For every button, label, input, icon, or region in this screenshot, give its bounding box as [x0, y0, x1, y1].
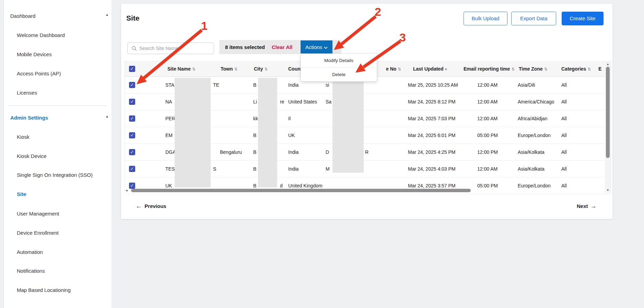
column-header-last-updated[interactable]: Last Updated▾ — [413, 61, 447, 77]
sidebar-item-sso[interactable]: Single Sign On Integration (SSO) — [17, 171, 93, 179]
scroll-up-icon[interactable]: ▴ — [605, 62, 611, 66]
selected-count: 8 items selected — [225, 40, 265, 54]
actions-dropdown-menu: Modify Details Delete — [301, 53, 377, 82]
sidebar-item-access-points[interactable]: Access Points (AP) — [17, 70, 61, 77]
column-header-time-zone[interactable]: Time Zone⇅ — [519, 61, 548, 77]
left-arrow-icon: ← — [136, 203, 142, 209]
sidebar: Dashboard ▴ Welcome Dashboard Mobile Dev… — [3, 0, 112, 308]
column-header-town[interactable]: Town⇅ — [221, 61, 238, 77]
sidebar-item-welcome-dashboard[interactable]: Welcome Dashboard — [17, 32, 65, 39]
site-panel: Site Bulk Upload Export Data Create Site… — [121, 3, 613, 219]
column-header-site-name[interactable]: Site Name⇅ — [167, 61, 196, 77]
next-page-button[interactable]: Next → — [577, 202, 597, 210]
vertical-scrollbar[interactable] — [606, 67, 610, 158]
row-checkbox[interactable] — [129, 99, 135, 105]
column-header-email-reporting-time[interactable]: Email reporting time⇅ — [464, 61, 515, 77]
sidebar-item-kiosk[interactable]: Kiosk — [17, 133, 30, 141]
redaction-block — [258, 78, 277, 187]
row-checkbox[interactable] — [129, 132, 135, 138]
sidebar-group-admin-settings[interactable]: Admin Settings — [10, 114, 48, 122]
sort-icon[interactable]: ⇅ — [544, 67, 548, 72]
sidebar-item-kiosk-device[interactable]: Kiosk Device — [17, 152, 47, 160]
chevron-up-icon[interactable]: ▴ — [104, 12, 110, 17]
redaction-block — [332, 82, 364, 173]
row-checkbox[interactable] — [129, 82, 135, 88]
column-header-city[interactable]: City⇅ — [254, 61, 268, 77]
sidebar-item-licenses[interactable]: Licenses — [17, 89, 37, 97]
vertical-scrollbar-track[interactable]: ▴ ▾ — [605, 61, 611, 193]
previous-page-button[interactable]: ← Previous — [136, 202, 166, 210]
page-title: Site — [126, 14, 140, 22]
row-checkbox[interactable] — [129, 149, 135, 155]
sort-icon[interactable]: ⇅ — [192, 67, 196, 72]
sort-icon[interactable]: ⇅ — [587, 67, 591, 72]
column-header-categories[interactable]: Categories⇅ — [561, 61, 591, 77]
sort-icon[interactable]: ▾ — [445, 67, 447, 72]
clear-all-button[interactable]: Clear All — [272, 40, 292, 54]
chevron-up-icon[interactable]: ▴ — [104, 114, 110, 119]
row-checkbox[interactable] — [129, 115, 135, 122]
selection-bar: 8 items selected Clear All Actions — [219, 40, 341, 54]
sort-icon[interactable]: ⇅ — [511, 67, 515, 72]
search-input[interactable] — [139, 43, 211, 53]
column-header-no[interactable]: e No⇅ — [386, 61, 401, 77]
row-checkbox[interactable] — [129, 183, 135, 189]
row-checkbox[interactable] — [129, 166, 135, 172]
sidebar-item-map-based-locationing[interactable]: Map Based Locationing — [17, 286, 71, 294]
export-data-button[interactable]: Export Data — [511, 12, 556, 25]
sidebar-divider — [9, 106, 107, 106]
sidebar-item-site[interactable]: Site — [17, 190, 26, 198]
right-arrow-icon: → — [591, 203, 597, 209]
column-header-e[interactable]: E — [598, 61, 601, 77]
search-box — [127, 42, 214, 54]
sidebar-item-notifications[interactable]: Notifications — [17, 267, 45, 275]
menu-item-delete[interactable]: Delete — [301, 67, 377, 81]
horizontal-scrollbar[interactable] — [131, 189, 471, 192]
search-icon — [132, 46, 137, 51]
bulk-upload-button[interactable]: Bulk Upload — [464, 12, 507, 25]
scroll-down-icon[interactable]: ▾ — [605, 188, 611, 192]
menu-item-modify-details[interactable]: Modify Details — [301, 54, 377, 67]
scroll-left-icon[interactable]: ◂ — [126, 188, 128, 193]
sort-icon[interactable]: ⇅ — [398, 67, 401, 72]
sidebar-item-mobile-devices[interactable]: Mobile Devices — [17, 51, 52, 58]
sidebar-item-device-enrollment[interactable]: Device Enrollment — [17, 229, 59, 237]
actions-button[interactable]: Actions — [301, 40, 332, 54]
sidebar-item-user-management[interactable]: User Management — [17, 210, 59, 218]
sidebar-item-automation[interactable]: Automation — [17, 248, 43, 256]
sort-icon[interactable]: ⇅ — [234, 67, 238, 72]
redaction-block — [175, 78, 211, 187]
app-screen: Dashboard ▴ Welcome Dashboard Mobile Dev… — [0, 0, 644, 308]
sort-icon[interactable]: ⇅ — [264, 67, 268, 72]
chevron-down-icon — [324, 47, 328, 49]
sidebar-group-dashboard[interactable]: Dashboard — [10, 12, 35, 20]
select-all-checkbox[interactable] — [129, 66, 135, 72]
create-site-button[interactable]: Create Site — [562, 12, 604, 25]
